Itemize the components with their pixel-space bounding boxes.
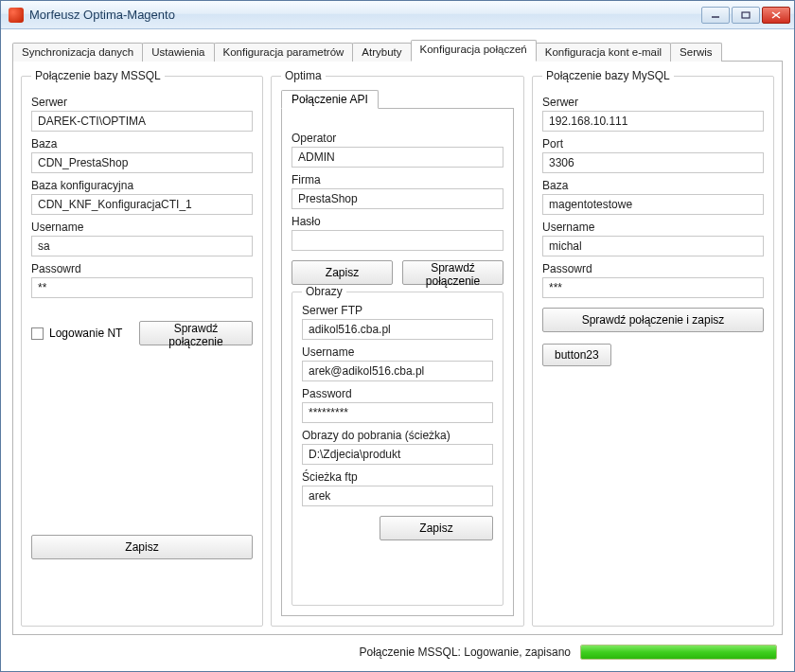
- tab-sync[interactable]: Synchronizacja danych: [12, 43, 143, 62]
- mssql-legend: Połączenie bazy MSSQL: [31, 69, 165, 82]
- mysql-check-save-button[interactable]: Sprawdź połączenie i zapisz: [542, 308, 764, 332]
- mysql-server-input[interactable]: [542, 111, 764, 132]
- tab-settings[interactable]: Ustawienia: [142, 43, 214, 62]
- optima-operator-input[interactable]: [292, 147, 504, 168]
- mssql-db-label: Baza: [31, 137, 253, 150]
- optima-legend: Optima: [281, 69, 326, 82]
- mssql-user-label: Username: [31, 221, 253, 234]
- main-tabstrip: Synchronizacja danych Ustawienia Konfigu…: [12, 39, 783, 62]
- tabpage-connections: Połączenie bazy MSSQL Serwer Baza Baza k…: [12, 62, 783, 635]
- col-mysql: Połączenie bazy MySQL Serwer Port Baza U…: [532, 69, 774, 627]
- app-icon: [9, 8, 24, 23]
- group-mysql: Połączenie bazy MySQL Serwer Port Baza U…: [532, 69, 774, 627]
- window-title: Morfeusz Optima-Magento: [29, 8, 701, 22]
- mssql-cfg-label: Baza konfiguracyjna: [31, 179, 253, 192]
- optima-save-button[interactable]: Zapisz: [292, 260, 393, 285]
- mssql-check-button[interactable]: Sprawdź połączenie: [139, 321, 253, 345]
- optima-haslo-input[interactable]: [292, 230, 504, 251]
- mysql-server-label: Serwer: [542, 96, 764, 109]
- images-btn-row: Zapisz: [302, 516, 493, 540]
- mssql-pass-label: Passowrd: [31, 262, 253, 275]
- optima-haslo-label: Hasło: [292, 215, 504, 228]
- group-optima: Optima Połączenie API Operator Firma Has…: [271, 69, 524, 627]
- optima-inner-content: Operator Firma Hasło Zapisz Sprawdź połą…: [281, 109, 514, 616]
- minimize-icon: [711, 11, 720, 19]
- progress-bar: [580, 645, 777, 660]
- mssql-db-input[interactable]: [31, 152, 253, 173]
- mssql-server-input[interactable]: [31, 111, 253, 132]
- optima-inner-tabstrip: Połączenie API: [281, 88, 514, 109]
- mssql-cfg-input[interactable]: [31, 194, 253, 215]
- mysql-user-input[interactable]: [542, 236, 764, 256]
- ftp-server-input[interactable]: [302, 319, 493, 340]
- close-icon: [771, 11, 781, 19]
- images-save-button[interactable]: Zapisz: [380, 516, 493, 540]
- images-legend: Obrazy: [302, 285, 346, 298]
- mysql-pass-input[interactable]: [542, 277, 764, 298]
- minimize-button[interactable]: [701, 7, 730, 24]
- maximize-button[interactable]: [732, 7, 760, 24]
- client-area: Synchronizacja danych Ustawienia Konfigu…: [1, 29, 794, 671]
- ftp-pass-input[interactable]: [302, 402, 493, 423]
- tab-connections[interactable]: Konfiguracja połączeń: [411, 40, 537, 62]
- mysql-db-input[interactable]: [542, 194, 764, 215]
- ftp-pass-label: Password: [302, 387, 493, 400]
- optima-firma-label: Firma: [292, 173, 504, 186]
- group-mssql: Połączenie bazy MSSQL Serwer Baza Baza k…: [21, 69, 263, 627]
- mssql-nt-checkbox[interactable]: [31, 327, 44, 340]
- tab-email[interactable]: Konfiguracja kont e-mail: [536, 43, 671, 62]
- window-controls: [701, 7, 790, 24]
- optima-firma-input[interactable]: [292, 188, 504, 209]
- app-window: Morfeusz Optima-Magento Synchronizacja d…: [0, 0, 795, 672]
- mssql-nt-row: Logowanie NT Sprawdź połączenie: [31, 321, 253, 345]
- ftp-user-label: Username: [302, 345, 493, 359]
- ftp-user-input[interactable]: [302, 361, 493, 381]
- optima-btn-row: Zapisz Sprawdź połączenie: [292, 260, 504, 285]
- mysql-port-input[interactable]: [542, 152, 764, 173]
- tab-api[interactable]: Połączenie API: [281, 90, 379, 109]
- maximize-icon: [741, 11, 751, 19]
- close-button[interactable]: [762, 7, 790, 24]
- group-images: Obrazy Serwer FTP Username Password Obra…: [292, 285, 504, 606]
- mysql-legend: Połączenie bazy MySQL: [542, 69, 674, 82]
- col-mssql: Połączenie bazy MSSQL Serwer Baza Baza k…: [21, 69, 263, 627]
- mssql-nt-label: Logowanie NT: [49, 327, 122, 340]
- tab-params[interactable]: Konfiguracja parametrów: [214, 43, 354, 62]
- mssql-server-label: Serwer: [31, 96, 253, 109]
- img-path-input[interactable]: [302, 444, 493, 465]
- img-path-label: Obrazy do pobrania (ścieżka): [302, 429, 493, 442]
- status-text: Połączenie MSSQL: Logowanie, zapisano: [360, 645, 571, 659]
- mysql-port-label: Port: [542, 137, 764, 150]
- titlebar: Morfeusz Optima-Magento: [1, 1, 794, 29]
- ftp-server-label: Serwer FTP: [302, 304, 493, 317]
- svg-rect-1: [742, 12, 750, 18]
- status-bar: Połączenie MSSQL: Logowanie, zapisano: [12, 639, 783, 665]
- mysql-user-label: Username: [542, 221, 764, 234]
- col-optima: Optima Połączenie API Operator Firma Has…: [271, 69, 524, 627]
- optima-check-button[interactable]: Sprawdź połączenie: [402, 260, 504, 285]
- ftp-path-label: Ścieżka ftp: [302, 470, 493, 484]
- progress-fill: [581, 645, 776, 659]
- mssql-save-button[interactable]: Zapisz: [31, 535, 253, 559]
- tab-service[interactable]: Serwis: [670, 43, 722, 62]
- ftp-path-input[interactable]: [302, 486, 493, 506]
- button23[interactable]: button23: [542, 344, 611, 366]
- tab-attrs[interactable]: Atrybuty: [352, 43, 411, 62]
- mysql-db-label: Baza: [542, 179, 764, 192]
- mssql-user-input[interactable]: [31, 236, 253, 256]
- optima-operator-label: Operator: [292, 132, 504, 145]
- mysql-pass-label: Passowrd: [542, 262, 764, 275]
- mssql-pass-input[interactable]: [31, 277, 253, 298]
